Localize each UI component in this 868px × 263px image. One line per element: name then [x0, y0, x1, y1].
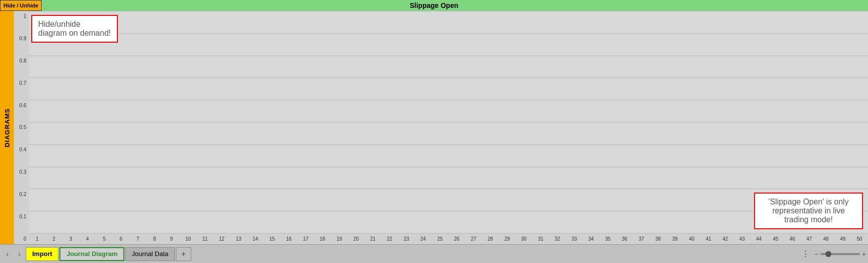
x-label: 15: [264, 236, 280, 242]
chart-plot: [29, 11, 868, 233]
chart-title: Slippage Open: [410, 1, 458, 9]
import-button[interactable]: Import: [26, 247, 58, 261]
grid-line: [29, 167, 868, 167]
x-label: 26: [448, 236, 465, 242]
x-label: 6: [112, 236, 129, 242]
x-label: 30: [515, 236, 532, 242]
x-label: 19: [331, 236, 348, 242]
y-label-08: 0.8: [15, 58, 28, 64]
x-label: 35: [599, 236, 616, 242]
zoom-plus-icon: +: [862, 250, 866, 258]
x-label: 48: [817, 236, 834, 242]
x-label: 28: [482, 236, 499, 242]
x-label: 37: [633, 236, 650, 242]
tab-journal-data[interactable]: Journal Data: [125, 247, 175, 261]
chart-container: 1 0.9 0.8 0.7 0.6 0.5 0.4 0.3 0.2 0.1 0: [14, 11, 868, 244]
x-label: 44: [751, 236, 767, 242]
nav-forward-button[interactable]: ›: [14, 249, 25, 260]
x-label: 49: [834, 236, 851, 242]
grid-line: [29, 11, 868, 11]
x-label: 14: [247, 236, 264, 242]
grid-line: [29, 33, 868, 34]
y-label-01: 0.1: [15, 214, 28, 219]
x-label: 11: [197, 236, 214, 242]
grid-line: [29, 144, 868, 145]
tooltip-hide-text: Hide/unhidediagram on demand!: [38, 20, 111, 37]
x-label: 13: [230, 236, 247, 242]
y-label-1: 1: [15, 13, 28, 19]
x-label: 50: [851, 236, 868, 242]
chart-header: Slippage Open: [0, 0, 868, 11]
x-label: 45: [767, 236, 784, 242]
more-options-button[interactable]: ⋮: [798, 247, 814, 261]
y-label-06: 0.6: [15, 103, 28, 108]
x-label: 7: [129, 236, 146, 242]
x-label: 21: [365, 236, 381, 242]
add-tab-button[interactable]: +: [176, 247, 191, 261]
grid-line: [29, 122, 868, 123]
x-label: 40: [683, 236, 700, 242]
x-label: 29: [499, 236, 516, 242]
x-label: 12: [214, 236, 230, 242]
x-label: 17: [297, 236, 314, 242]
x-label: 24: [415, 236, 432, 242]
nav-back-button[interactable]: ‹: [2, 249, 13, 260]
zoom-control: − +: [814, 250, 866, 258]
x-label: 47: [801, 236, 817, 242]
x-label: 18: [314, 236, 331, 242]
x-label: 20: [348, 236, 365, 242]
zoom-minus-icon: −: [814, 250, 818, 258]
x-label: 33: [566, 236, 583, 242]
x-label: 41: [700, 236, 717, 242]
grid-line: [29, 100, 868, 100]
grid-line: [29, 77, 868, 78]
x-label: 31: [532, 236, 549, 242]
zoom-slider-thumb: [825, 251, 831, 257]
x-label: 4: [79, 236, 96, 242]
y-label-09: 0.9: [15, 36, 28, 41]
y-label-05: 0.5: [15, 125, 28, 130]
tab-bar: ‹ › Import Journal Diagram Journal Data …: [0, 244, 868, 263]
x-label: 9: [163, 236, 180, 242]
sidebar: Diagrams: [0, 11, 14, 244]
tab-journal-diagram[interactable]: Journal Diagram: [59, 247, 124, 261]
y-axis: 1 0.9 0.8 0.7 0.6 0.5 0.4 0.3 0.2 0.1 0: [14, 11, 29, 244]
x-label: 2: [46, 236, 62, 242]
y-label-04: 0.4: [15, 147, 28, 152]
x-label: 25: [432, 236, 448, 242]
tooltip-slippage-note: 'Slippage Open' is onlyrepresentative in…: [754, 193, 863, 229]
x-axis: 1 2 3 4 5 6 7 8 9 10 11 12 13 14 15 16 1…: [29, 233, 868, 244]
x-label: 22: [381, 236, 398, 242]
x-label: 1: [29, 236, 46, 242]
x-label: 38: [650, 236, 666, 242]
sidebar-label: Diagrams: [3, 108, 11, 147]
y-label-07: 0.7: [15, 80, 28, 86]
x-label: 42: [717, 236, 734, 242]
x-label: 5: [96, 236, 113, 242]
x-label: 43: [734, 236, 751, 242]
grid-lines: [29, 11, 868, 233]
x-label: 8: [146, 236, 163, 242]
x-label: 36: [616, 236, 633, 242]
x-label: 32: [549, 236, 566, 242]
x-label: 3: [62, 236, 79, 242]
x-label: 46: [784, 236, 801, 242]
tooltip-slippage-text: 'Slippage Open' is onlyrepresentative in…: [768, 197, 849, 224]
x-label: 16: [280, 236, 297, 242]
tooltip-hide-diagram: Hide/unhidediagram on demand!: [31, 15, 118, 43]
hide-unhide-button[interactable]: Hide / Unhide: [0, 0, 42, 11]
y-label-03: 0.3: [15, 169, 28, 175]
x-label: 39: [666, 236, 683, 242]
zoom-slider[interactable]: [820, 253, 860, 255]
x-label: 27: [465, 236, 482, 242]
y-label-02: 0.2: [15, 192, 28, 197]
grid-line: [29, 211, 868, 211]
grid-line: [29, 56, 868, 56]
y-label-0: 0: [15, 236, 28, 242]
grid-line: [29, 189, 868, 189]
x-label: 23: [398, 236, 415, 242]
x-label: 10: [180, 236, 197, 242]
x-label: 34: [583, 236, 599, 242]
